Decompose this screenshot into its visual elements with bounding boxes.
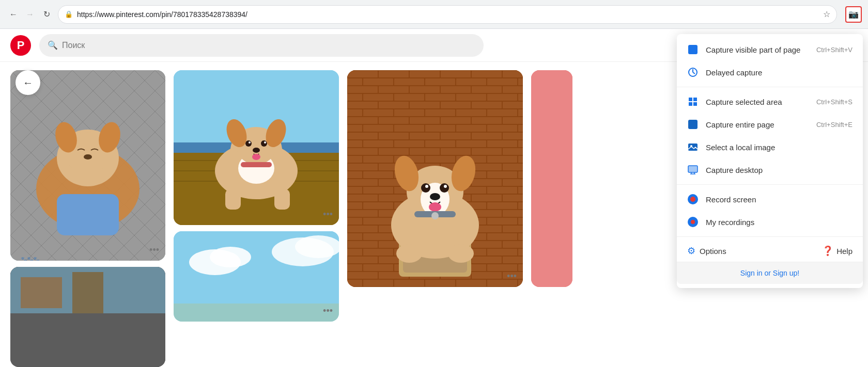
svg-point-27: [245, 140, 252, 147]
divider-2: [677, 184, 863, 185]
screenshot-extension-icon[interactable]: 📷: [845, 6, 862, 23]
svg-point-86: [691, 220, 695, 224]
divider-3: [677, 236, 863, 237]
menu-item-my-recordings[interactable]: My recordings: [677, 211, 863, 233]
svg-point-30: [264, 141, 266, 143]
svg-line-71: [693, 72, 695, 74]
capture-selected-shortcut: Ctrl+Shift+S: [816, 98, 853, 106]
svg-rect-68: [531, 70, 572, 287]
address-bar[interactable]: 🔒 https://www.pinterest.com/pin/78017833…: [58, 5, 837, 24]
svg-point-59: [430, 193, 440, 200]
menu-item-capture-entire[interactable]: Capture entire page Ctrl+Shift+E: [677, 113, 863, 136]
svg-point-60: [429, 202, 441, 212]
svg-point-56: [440, 183, 449, 193]
menu-item-capture-visible[interactable]: Capture visible part of page Ctrl+Shift+…: [677, 38, 863, 61]
help-button[interactable]: ❓ Help: [822, 245, 853, 257]
options-button[interactable]: ⚙ Options: [687, 245, 818, 257]
forward-button[interactable]: →: [23, 7, 37, 22]
grid-col-3: •••: [347, 70, 523, 367]
svg-rect-16: [72, 272, 103, 313]
page-back-button[interactable]: ←: [16, 70, 40, 95]
browser-chrome: ← → ↻ 🔒 https://www.pinterest.com/pin/78…: [0, 0, 868, 29]
svg-rect-76: [688, 143, 698, 151]
svg-point-28: [261, 140, 267, 147]
svg-rect-43: [174, 304, 339, 322]
my-recordings-icon: [687, 216, 699, 228]
delayed-capture-icon: [687, 67, 699, 78]
divider-1: [677, 87, 863, 87]
record-screen-icon: [687, 194, 699, 205]
record-screen-label: Record screen: [706, 195, 853, 204]
bookmark-icon[interactable]: ☆: [823, 9, 830, 19]
image-card-corgi-beach[interactable]: •••: [174, 70, 339, 225]
svg-rect-36: [225, 189, 241, 210]
capture-desktop-label: Capture desktop: [706, 166, 853, 174]
menu-footer: Sign in or Sign up!: [677, 262, 863, 284]
dropdown-menu: Capture visible part of page Ctrl+Shift+…: [677, 34, 863, 288]
reload-button[interactable]: ↻: [39, 7, 54, 22]
capture-selected-label: Capture selected area: [706, 98, 809, 106]
search-bar[interactable]: 🔍 Поиск: [39, 34, 484, 57]
more-dots-3[interactable]: •••: [507, 271, 517, 282]
image-card-corgi-doorway[interactable]: •••: [347, 70, 523, 287]
capture-entire-icon: [687, 119, 699, 130]
capture-entire-label: Capture entire page: [706, 120, 809, 129]
svg-point-29: [249, 141, 251, 143]
svg-point-57: [425, 185, 428, 188]
svg-rect-15: [21, 277, 62, 308]
help-icon: ❓: [822, 245, 833, 257]
svg-rect-35: [241, 162, 272, 167]
svg-point-40: [210, 247, 251, 267]
svg-point-66: [448, 244, 474, 263]
image-card-sky[interactable]: •••: [174, 231, 339, 322]
svg-rect-78: [688, 166, 698, 172]
lock-icon: 🔒: [65, 10, 73, 18]
menu-item-local-image[interactable]: Select a local image: [677, 136, 863, 158]
grid-col-4: [531, 70, 572, 367]
svg-text:🐾🐾🐾: 🐾🐾🐾: [21, 256, 40, 261]
svg-point-58: [444, 185, 447, 188]
svg-rect-74: [689, 102, 692, 106]
image-card-corgi-sleeping[interactable]: 🐾🐾🐾 •••: [10, 70, 165, 261]
image-card-small-1[interactable]: [10, 267, 165, 367]
image-card-red[interactable]: [531, 70, 572, 287]
svg-rect-37: [274, 189, 290, 210]
svg-point-55: [421, 183, 430, 193]
back-button[interactable]: ←: [6, 7, 21, 22]
sign-in-link[interactable]: Sign in or Sign up!: [740, 269, 799, 277]
capture-desktop-icon: [687, 164, 699, 175]
svg-point-65: [396, 244, 422, 263]
my-recordings-label: My recordings: [706, 218, 853, 227]
svg-point-84: [690, 197, 695, 202]
more-dots-2[interactable]: •••: [323, 209, 333, 220]
help-label: Help: [836, 247, 853, 256]
menu-item-capture-desktop[interactable]: Capture desktop: [677, 158, 863, 181]
svg-rect-75: [693, 102, 697, 106]
options-label: Options: [700, 247, 726, 256]
svg-rect-73: [693, 98, 697, 101]
menu-options-help-row: ⚙ Options ❓ Help: [677, 240, 863, 262]
local-image-icon: [687, 141, 699, 153]
svg-point-31: [253, 148, 260, 153]
gear-icon: ⚙: [687, 245, 695, 257]
svg-rect-11: [57, 194, 119, 235]
search-placeholder-text: Поиск: [62, 41, 85, 50]
camera-icon: 📷: [848, 9, 859, 19]
svg-point-64: [431, 212, 439, 219]
page-content: P 🔍 Поиск Главная Под... ←: [0, 29, 868, 367]
local-image-label: Select a local image: [706, 143, 853, 152]
capture-visible-icon: [687, 44, 699, 55]
grid-col-2: ••• •••: [174, 70, 339, 367]
more-dots-sky[interactable]: •••: [323, 306, 333, 316]
menu-item-delayed-capture[interactable]: Delayed capture: [677, 61, 863, 84]
svg-point-8: [84, 154, 92, 159]
menu-item-capture-selected[interactable]: Capture selected area Ctrl+Shift+S: [677, 90, 863, 113]
pinterest-logo[interactable]: P: [10, 35, 31, 56]
menu-item-record-screen[interactable]: Record screen: [677, 188, 863, 211]
more-dots-1[interactable]: •••: [149, 245, 159, 256]
capture-entire-shortcut: Ctrl+Shift+E: [816, 121, 853, 129]
grid-col-1: 🐾🐾🐾 •••: [10, 70, 165, 367]
delayed-capture-label: Delayed capture: [706, 68, 853, 77]
capture-visible-shortcut: Ctrl+Shift+V: [816, 46, 853, 54]
svg-point-32: [252, 154, 260, 160]
